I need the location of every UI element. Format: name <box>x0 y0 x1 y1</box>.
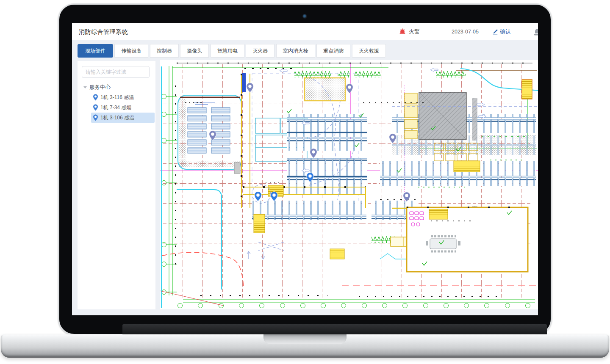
fire-alarm-label: 火警 <box>409 28 420 36</box>
confirm-label: 确认 <box>500 28 511 36</box>
meeting-room <box>407 207 528 272</box>
tab-extinguisher[interactable]: 灭火器 <box>246 44 274 58</box>
floor-plan-area <box>160 60 538 309</box>
tree-item-label: 1机 3-116 感温 <box>100 94 134 101</box>
pin-icon <box>93 94 98 101</box>
tab-indoor-hydrant[interactable]: 室内消火栓 <box>276 44 315 58</box>
tree-device-item[interactable]: 1机 7-34 感烟 <box>91 102 155 113</box>
page-title: 消防综合管理系统 <box>79 23 128 40</box>
page: { "window": { "title": "消防综合管理系统" }, "he… <box>0 0 610 364</box>
tree-device-item-selected[interactable]: 1机 3-106 感温 <box>91 113 155 123</box>
tab-smart-power[interactable]: 智慧用电 <box>211 44 244 58</box>
laptop-base-notch <box>263 334 347 344</box>
pen-icon <box>492 29 498 35</box>
collapse-caret-icon[interactable] <box>83 86 87 88</box>
loading-dock <box>305 78 345 101</box>
tab-controller[interactable]: 控制器 <box>150 44 179 58</box>
header-date: 2023-07-05 <box>452 23 479 40</box>
floor-plan-canvas[interactable] <box>160 60 538 309</box>
tree-node-service-center[interactable]: 服务中心 <box>78 82 155 92</box>
webcam <box>302 14 307 19</box>
tab-field-devices[interactable]: 现场部件 <box>78 44 113 58</box>
tree-device-item[interactable]: 1机 3-116 感温 <box>91 92 155 102</box>
corner-alarm-icon[interactable] <box>533 28 538 39</box>
tab-key-fire[interactable]: 重点消防 <box>316 44 350 58</box>
tab-fire-rescue[interactable]: 灭火救援 <box>352 44 386 58</box>
tree-item-label: 1机 7-34 感烟 <box>100 104 131 111</box>
keyword-filter-input[interactable] <box>82 66 150 78</box>
device-tree-panel: 服务中心 1机 3-116 感温 1机 7-34 感烟 1机 3-106 感温 <box>78 61 155 309</box>
laptop-hinge <box>122 324 547 335</box>
fire-alarm-status[interactable]: 火警 <box>399 23 420 40</box>
tab-transmission[interactable]: 传输设备 <box>114 44 148 58</box>
app-window: 消防综合管理系统 火警 2023-07-05 确认 <box>72 23 538 315</box>
pin-icon <box>93 104 98 111</box>
confirm-button[interactable]: 确认 <box>492 23 511 40</box>
device-category-tabs: 现场部件 传输设备 控制器 摄像头 智慧用电 灭火器 室内消火栓 重点消防 灭火… <box>72 40 538 60</box>
tree-root-label: 服务中心 <box>89 84 111 91</box>
tab-camera[interactable]: 摄像头 <box>180 44 209 58</box>
tree-item-label: 1机 3-106 感温 <box>100 114 134 121</box>
app-header: 消防综合管理系统 火警 2023-07-05 确认 <box>72 23 538 40</box>
pin-icon <box>93 114 98 121</box>
alarm-siren-icon <box>399 28 406 35</box>
